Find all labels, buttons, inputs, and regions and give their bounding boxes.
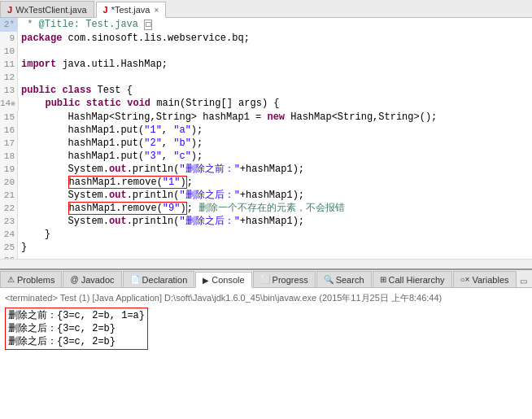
console-line-2: 删除之后：{3=c, 2=b} bbox=[8, 322, 145, 335]
console-icon: ▶ bbox=[203, 276, 209, 285]
line-content-11: import java.util.HashMap; bbox=[18, 58, 168, 71]
editor-tab-bar: J WxTestClient.java J *Test.java × bbox=[0, 0, 532, 18]
line-num-20: 20 bbox=[0, 176, 18, 189]
bottom-panel: ⚠ Problems @ Javadoc 📄 Declaration ▶ Con… bbox=[0, 270, 532, 419]
code-editor: 2* * @Title: Test.java □ 9 package com.s… bbox=[0, 18, 532, 270]
console-line-1: 删除之前：{3=c, 2=b, 1=a} bbox=[8, 309, 145, 322]
line-content-21: System.out.println("删除之后："+hashMap1); bbox=[18, 189, 304, 202]
line-num-12: 12 bbox=[0, 71, 18, 84]
minimize-icon[interactable]: ▭ bbox=[517, 274, 530, 287]
line-num-15: 15 bbox=[0, 111, 18, 124]
code-line-25: 25 } bbox=[0, 241, 532, 254]
btab-javadoc[interactable]: @ Javadoc bbox=[63, 271, 121, 287]
code-line-11: 11 import java.util.HashMap; bbox=[0, 58, 532, 71]
console-line-3: 删除之后：{3=c, 2=b} bbox=[8, 335, 145, 348]
code-line-2: 2* * @Title: Test.java □ bbox=[0, 18, 532, 32]
line-content-23: System.out.println("删除之后："+hashMap1); bbox=[18, 215, 304, 228]
btab-label-javadoc: Javadoc bbox=[81, 275, 115, 285]
tab-label-wxtestclient: WxTestClient.java bbox=[15, 5, 86, 15]
line-content-20: hashMap1.remove("1"); bbox=[18, 176, 193, 189]
code-line-18: 18 hashMap1.put("3", "c"); bbox=[0, 150, 532, 163]
progress-icon: ⬜ bbox=[260, 275, 270, 284]
java-icon: J bbox=[7, 5, 12, 15]
line-num-16: 16 bbox=[0, 124, 18, 137]
btab-declaration[interactable]: 📄 Declaration bbox=[123, 271, 195, 287]
java-icon-2: J bbox=[103, 5, 108, 15]
bottom-tab-bar: ⚠ Problems @ Javadoc 📄 Declaration ▶ Con… bbox=[0, 270, 532, 288]
btab-variables[interactable]: ○× Variables bbox=[453, 271, 517, 287]
line-num-18: 18 bbox=[0, 150, 18, 163]
btab-label-callhierarchy: Call Hierarchy bbox=[389, 275, 445, 285]
btab-label-variables: Variables bbox=[472, 275, 508, 285]
code-line-15: 15 HashMap<String,String> hashMap1 = new… bbox=[0, 111, 532, 124]
code-line-23: 23 System.out.println("删除之后："+hashMap1); bbox=[0, 215, 532, 228]
code-line-16: 16 hashMap1.put("1", "a"); bbox=[0, 124, 532, 137]
line-content-24: } bbox=[18, 228, 50, 241]
line-num-22: 22 bbox=[0, 202, 18, 215]
horizontal-scrollbar[interactable] bbox=[0, 259, 532, 268]
line-content-2: * @Title: Test.java □ bbox=[18, 18, 152, 32]
code-line-21: 21 System.out.println("删除之后："+hashMap1); bbox=[0, 189, 532, 202]
line-num-13: 13 bbox=[0, 84, 18, 97]
btab-problems[interactable]: ⚠ Problems bbox=[0, 271, 62, 287]
line-num-2: 2* bbox=[0, 18, 18, 32]
variables-icon: ○× bbox=[460, 275, 470, 284]
line-content-18: hashMap1.put("3", "c"); bbox=[18, 150, 203, 163]
console-content: <terminated> Test (1) [Java Application]… bbox=[0, 288, 532, 419]
line-content-10 bbox=[18, 45, 27, 58]
code-line-17: 17 hashMap1.put("2", "b"); bbox=[0, 137, 532, 150]
line-num-14: 14⊕ bbox=[0, 97, 19, 111]
line-content-19: System.out.println("删除之前："+hashMap1); bbox=[18, 163, 304, 176]
btab-label-console: Console bbox=[211, 275, 244, 285]
line-content-12 bbox=[18, 71, 27, 84]
console-toolbar: ▭ □ × bbox=[517, 274, 532, 287]
line-content-9: package com.sinosoft.lis.webservice.bq; bbox=[18, 32, 250, 45]
btab-label-progress: Progress bbox=[273, 275, 308, 285]
tab-wxtestclient[interactable]: J WxTestClient.java bbox=[0, 1, 94, 17]
code-line-22: 22 hashMap1.remove("9"); 删除一个不存在的元素，不会报错 bbox=[0, 202, 532, 215]
tab-close-icon[interactable]: × bbox=[154, 6, 159, 15]
line-num-9: 9 bbox=[0, 32, 18, 45]
btab-label-search: Search bbox=[336, 275, 364, 285]
btab-callhierarchy[interactable]: ⊞ Call Hierarchy bbox=[373, 271, 452, 287]
btab-label-problems: Problems bbox=[17, 275, 55, 285]
console-output-box: 删除之前：{3=c, 2=b, 1=a} 删除之后：{3=c, 2=b} 删除之… bbox=[5, 308, 148, 350]
search-icon: 🔍 bbox=[324, 275, 334, 284]
problems-icon: ⚠ bbox=[7, 275, 15, 284]
line-content-17: hashMap1.put("2", "b"); bbox=[18, 137, 203, 150]
line-num-19: 19 bbox=[0, 163, 18, 176]
code-line-14: 14⊕ public static void main(String[] arg… bbox=[0, 97, 532, 111]
line-num-24: 24 bbox=[0, 228, 18, 241]
line-content-25: } bbox=[18, 241, 27, 254]
line-content-22: hashMap1.remove("9"); 删除一个不存在的元素，不会报错 bbox=[18, 202, 345, 215]
code-line-20: 20 hashMap1.remove("1"); bbox=[0, 176, 532, 189]
code-line-24: 24 } bbox=[0, 228, 532, 241]
console-header: <terminated> Test (1) [Java Application]… bbox=[5, 291, 527, 304]
declaration-icon: 📄 bbox=[130, 275, 140, 284]
callhierarchy-icon: ⊞ bbox=[380, 275, 386, 284]
tab-label-testjava: *Test.java bbox=[111, 5, 150, 15]
code-line-9: 9 package com.sinosoft.lis.webservice.bq… bbox=[0, 32, 532, 45]
btab-label-declaration: Declaration bbox=[142, 275, 188, 285]
btab-progress[interactable]: ⬜ Progress bbox=[253, 271, 316, 287]
btab-search[interactable]: 🔍 Search bbox=[316, 271, 372, 287]
line-num-25: 25 bbox=[0, 241, 18, 254]
code-line-10: 10 bbox=[0, 45, 532, 58]
line-num-23: 23 bbox=[0, 215, 18, 228]
line-num-10: 10 bbox=[0, 45, 18, 58]
line-num-11: 11 bbox=[0, 58, 18, 71]
line-content-16: hashMap1.put("1", "a"); bbox=[18, 124, 203, 137]
code-line-19: 19 System.out.println("删除之前："+hashMap1); bbox=[0, 163, 532, 176]
line-num-17: 17 bbox=[0, 137, 18, 150]
tab-testjava[interactable]: J *Test.java × bbox=[96, 2, 167, 18]
btab-console[interactable]: ▶ Console bbox=[195, 272, 251, 288]
line-num-21: 21 bbox=[0, 189, 18, 202]
line-content-15: HashMap<String,String> hashMap1 = new Ha… bbox=[18, 111, 437, 124]
line-content-14: public static void main(String[] args) { bbox=[19, 97, 280, 111]
code-line-13: 13 public class Test { bbox=[0, 84, 532, 97]
code-line-12: 12 bbox=[0, 71, 532, 84]
line-content-13: public class Test { bbox=[18, 84, 133, 97]
javadoc-icon: @ bbox=[70, 275, 78, 284]
